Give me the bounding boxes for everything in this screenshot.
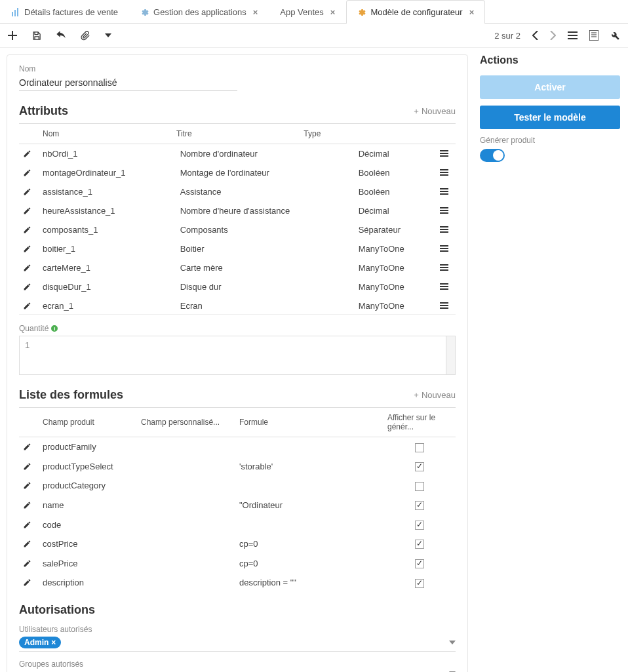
show-checkbox[interactable] — [415, 443, 424, 452]
edit-icon[interactable] — [23, 443, 35, 451]
list-view-button[interactable] — [568, 31, 578, 40]
svg-rect-28 — [440, 264, 448, 266]
close-icon[interactable]: × — [330, 7, 336, 17]
drag-handle-icon[interactable] — [440, 169, 452, 176]
edit-icon[interactable] — [23, 245, 35, 253]
edit-icon[interactable] — [23, 559, 35, 568]
show-checkbox[interactable] — [415, 579, 424, 588]
drag-handle-icon[interactable] — [440, 264, 452, 271]
show-checkbox[interactable] — [415, 559, 424, 568]
attribute-row[interactable]: disqueDur_1Disque durManyToOne — [19, 277, 456, 296]
show-checkbox[interactable] — [415, 482, 424, 491]
edit-icon[interactable] — [23, 149, 35, 158]
attribute-row[interactable]: nbOrdi_1Nombre d'ordinateurDécimal — [19, 144, 456, 163]
attr-title: Carte mère — [176, 258, 355, 277]
show-checkbox[interactable] — [415, 501, 424, 510]
form-view-button[interactable] — [589, 30, 599, 41]
attr-type: Décimal — [355, 201, 436, 220]
close-icon[interactable]: × — [253, 7, 258, 17]
edit-icon[interactable] — [23, 168, 35, 177]
close-icon[interactable]: × — [469, 7, 475, 17]
edit-icon[interactable] — [23, 207, 35, 215]
prev-button[interactable] — [532, 31, 538, 40]
edit-icon[interactable] — [23, 540, 35, 548]
edit-icon[interactable] — [23, 264, 35, 272]
quantity-value: 1 — [25, 340, 29, 350]
drag-handle-icon[interactable] — [440, 150, 452, 157]
edit-icon[interactable] — [23, 283, 35, 291]
test-model-button[interactable]: Tester le modèle — [480, 106, 620, 129]
save-button[interactable] — [31, 31, 41, 41]
tab-label: Détails factures de vente — [24, 7, 118, 17]
scrollbar[interactable] — [446, 336, 455, 374]
attr-title: Assistance — [176, 182, 355, 201]
show-checkbox[interactable] — [415, 462, 424, 471]
tab-app-sales[interactable]: App Ventes × — [269, 0, 346, 24]
tab-app-management[interactable]: Gestion des applications × — [129, 0, 269, 24]
edit-icon[interactable] — [23, 578, 35, 587]
undo-button[interactable] — [56, 31, 66, 40]
dropdown-caret-icon[interactable] — [449, 641, 456, 644]
user-chip[interactable]: Admin × — [19, 637, 61, 648]
attr-type: ManyToOne — [355, 239, 436, 258]
attribute-row[interactable]: montageOrdinateur_1Montage de l'ordinate… — [19, 163, 456, 182]
edit-icon[interactable] — [23, 481, 35, 490]
gear-icon — [140, 8, 149, 17]
new-attribute-button[interactable]: + Nouveau — [414, 106, 456, 116]
formula-row[interactable]: salePricecp=0 — [19, 553, 456, 573]
generate-product-toggle[interactable] — [480, 149, 505, 162]
attachment-button[interactable] — [81, 31, 90, 41]
next-button[interactable] — [550, 31, 556, 40]
formula-expr — [235, 437, 383, 457]
info-icon[interactable]: i — [51, 325, 58, 332]
new-formula-button[interactable]: + Nouveau — [414, 390, 456, 400]
formula-row[interactable]: productFamily — [19, 437, 456, 457]
attribute-row[interactable]: ecran_1EcranManyToOne — [19, 296, 456, 315]
drag-handle-icon[interactable] — [440, 188, 452, 195]
add-button[interactable] — [8, 31, 17, 40]
name-input[interactable] — [19, 75, 237, 91]
formula-row[interactable]: costPricecp=0 — [19, 534, 456, 554]
col-product: Champ produit — [39, 408, 137, 437]
svg-rect-11 — [440, 153, 448, 154]
edit-icon[interactable] — [23, 501, 35, 509]
attribute-row[interactable]: assistance_1AssistanceBooléen — [19, 182, 456, 201]
formula-row[interactable]: code — [19, 515, 456, 534]
edit-icon[interactable] — [23, 302, 35, 310]
col-name: Nom — [39, 124, 172, 144]
drag-handle-icon[interactable] — [440, 226, 452, 233]
formula-row[interactable]: productCategory — [19, 476, 456, 496]
drag-handle-icon[interactable] — [440, 302, 452, 309]
wrench-button[interactable] — [610, 31, 620, 41]
attribute-row[interactable]: heureAssistance_1Nombre d'heure d'assist… — [19, 201, 456, 220]
attribute-row[interactable]: composants_1ComposantsSéparateur — [19, 220, 456, 239]
tab-invoice-details[interactable]: Détails factures de vente — [0, 0, 129, 24]
show-checkbox[interactable] — [415, 540, 424, 549]
edit-icon[interactable] — [23, 521, 35, 529]
svg-rect-29 — [440, 267, 448, 268]
edit-icon[interactable] — [23, 462, 35, 471]
tab-configurator-model[interactable]: Modèle de configurateur × — [346, 0, 485, 24]
attr-title: Disque dur — [176, 277, 355, 296]
chip-remove-icon[interactable]: × — [51, 638, 56, 647]
attribute-row[interactable]: boitier_1BoitierManyToOne — [19, 239, 456, 258]
formula-row[interactable]: descriptiondescription = "" — [19, 573, 456, 593]
formulas-title: Liste des formules — [19, 388, 123, 402]
activate-button[interactable]: Activer — [480, 75, 620, 99]
drag-handle-icon[interactable] — [440, 283, 452, 290]
svg-rect-3 — [568, 31, 578, 33]
attribute-row[interactable]: carteMere_1Carte mèreManyToOne — [19, 258, 456, 277]
drag-handle-icon[interactable] — [440, 207, 452, 214]
formula-row[interactable]: name"Ordinateur — [19, 496, 456, 515]
authorized-users-label: Utilisateurs autorisés — [19, 625, 456, 634]
svg-rect-21 — [440, 212, 448, 214]
show-checkbox[interactable] — [415, 521, 424, 530]
quantity-input[interactable]: 1 — [19, 336, 456, 375]
formula-row[interactable]: productTypeSelect'storable' — [19, 457, 456, 477]
edit-icon[interactable] — [23, 226, 35, 234]
tab-label: Gestion des applications — [153, 7, 246, 17]
svg-rect-31 — [440, 283, 448, 285]
drag-handle-icon[interactable] — [440, 245, 452, 252]
dropdown-button[interactable] — [105, 33, 111, 37]
edit-icon[interactable] — [23, 188, 35, 196]
